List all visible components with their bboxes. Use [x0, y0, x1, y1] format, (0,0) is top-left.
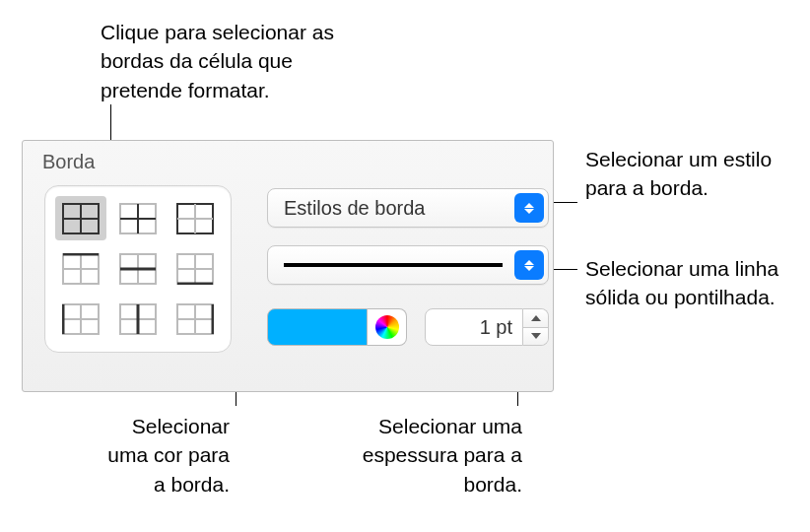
border-option-inner[interactable]	[169, 196, 221, 240]
grid-outer-icon	[119, 203, 157, 234]
annotation-thickness: Selecionar uma espessura para a borda.	[320, 412, 522, 499]
border-selection-grid	[44, 185, 232, 353]
annotation-line-type: Selecionar uma linha sólida ou pontilhad…	[585, 254, 802, 312]
border-option-bottom[interactable]	[169, 246, 221, 291]
grid-right-icon	[176, 303, 214, 335]
dropdown-arrows-icon	[514, 193, 544, 223]
thickness-field[interactable]: 1 pt	[425, 308, 523, 346]
thickness-control: 1 pt	[425, 308, 549, 346]
border-style-dropdown[interactable]: Estilos de borda	[267, 188, 549, 228]
border-panel: Borda	[22, 140, 554, 392]
border-option-outer[interactable]	[112, 196, 164, 240]
border-color-swatch[interactable]	[267, 308, 368, 346]
panel-title: Borda	[42, 151, 95, 173]
grid-top-icon	[62, 253, 100, 285]
annotation-border-grid: Clique para selecionar as bordas da célu…	[101, 18, 376, 104]
border-option-vinner[interactable]	[112, 298, 164, 342]
annotation-style: Selecionar um estilo para a borda.	[585, 145, 792, 203]
thickness-stepper	[523, 308, 549, 346]
thickness-stepper-up[interactable]	[523, 309, 548, 328]
grid-bottom-icon	[176, 253, 214, 285]
border-option-right[interactable]	[169, 298, 221, 342]
grid-left-icon	[62, 303, 100, 335]
callout-line	[550, 269, 577, 270]
callout-line	[550, 202, 577, 203]
border-style-label: Estilos de borda	[284, 197, 514, 220]
color-picker-button[interactable]	[368, 308, 407, 346]
line-type-dropdown[interactable]	[267, 245, 549, 285]
line-type-preview-wrap	[284, 263, 514, 267]
border-option-top[interactable]	[55, 246, 106, 291]
border-option-all[interactable]	[55, 196, 106, 240]
line-preview	[284, 263, 503, 267]
grid-vinner-icon	[119, 303, 157, 335]
border-option-left[interactable]	[55, 298, 106, 342]
border-option-hinner[interactable]	[112, 246, 164, 291]
annotation-color: Selecionar uma cor para a borda.	[97, 412, 230, 499]
grid-hinner-icon	[119, 253, 157, 285]
grid-inner-icon	[176, 203, 214, 234]
grid-all-icon	[62, 203, 100, 234]
dropdown-arrows-icon	[514, 250, 544, 280]
thickness-stepper-down[interactable]	[523, 328, 548, 346]
color-wheel-icon	[375, 315, 399, 339]
